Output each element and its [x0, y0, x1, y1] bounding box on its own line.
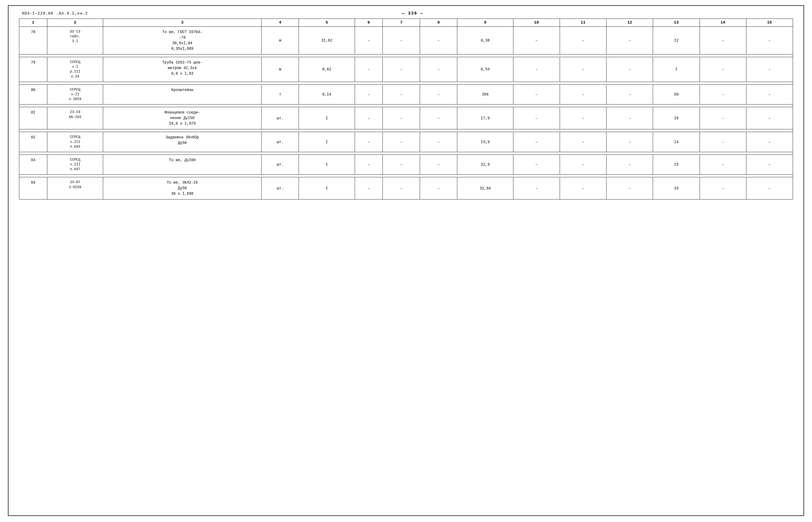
cell-9: I7,9 — [457, 107, 513, 129]
col-header-9: 9 — [457, 19, 513, 27]
col-header-7: 7 — [383, 19, 420, 27]
cell-12: – — [606, 27, 653, 55]
corner-tl — [8, 5, 16, 13]
cell-14: – — [700, 155, 746, 175]
table-row: 78 ОI–I3табл.3.I То же, ГОСТ I0704––7630… — [19, 27, 793, 55]
cell-12: – — [606, 107, 653, 129]
cell-ref: 23–I006–I03 — [47, 107, 103, 129]
cell-11: – — [560, 177, 606, 200]
cell-6: – — [355, 84, 383, 104]
spacer-row — [19, 82, 793, 84]
cell-15: – — [746, 57, 793, 82]
cell-9: 0,38 — [457, 27, 513, 55]
cell-7: – — [383, 107, 420, 129]
col-header-3: 3 — [103, 19, 262, 27]
cell-7: – — [383, 177, 420, 200]
cell-13: I2 — [653, 27, 700, 55]
cell-8: – — [420, 155, 457, 175]
cell-13: 33 — [653, 177, 700, 200]
header-left-text: 9О3–I–229.86 .Ал.9.I,кн.2 — [22, 12, 88, 16]
cell-12: – — [606, 132, 653, 152]
cell-ref: ССРСЦч.IIIп.645 — [47, 132, 103, 152]
table-row: 82 ССРСЦч.IIIп.645 Задвижка 30ч6брДу50 ш… — [19, 132, 793, 152]
cell-15: – — [746, 177, 793, 200]
cell-qty: I — [299, 155, 355, 175]
col-header-14: 14 — [700, 19, 746, 27]
spacer-row — [19, 104, 793, 107]
cell-6: – — [355, 57, 383, 82]
col-header-8: 8 — [420, 19, 457, 27]
cell-13: 23 — [653, 155, 700, 175]
cell-12: – — [606, 177, 653, 200]
cell-ref: ССРСЦч.IIп.20I9 — [47, 84, 103, 104]
col-header-12: 12 — [606, 19, 653, 27]
cell-14: – — [700, 84, 746, 104]
cell-9: 32,94 — [457, 177, 513, 200]
cell-14: – — [700, 57, 746, 82]
cell-15: – — [746, 84, 793, 104]
cell-11: – — [560, 27, 606, 55]
cell-unit: т — [262, 84, 299, 104]
cell-ref: ССРСЦч.IIIп.647 — [47, 155, 103, 175]
cell-qty: I — [299, 132, 355, 152]
cell-8: – — [420, 27, 457, 55]
cell-7: – — [383, 27, 420, 55]
table-row: 83 ССРСЦч.IIIп.647 То же, ДуI00 шт. I – … — [19, 155, 793, 175]
cell-description: Кронштейны — [103, 84, 262, 104]
spacer-row — [19, 175, 793, 177]
cell-qty: 3I,82 — [299, 27, 355, 55]
col-header-4: 4 — [262, 19, 299, 27]
col-header-13: 13 — [653, 19, 700, 27]
cell-description: То же, 3КЛ2–I6Ду5030 х I,098 — [103, 177, 262, 200]
cell-unit: м — [262, 27, 299, 55]
cell-ref: ОI–I3табл.3.I — [47, 27, 103, 55]
cell-6: – — [355, 132, 383, 152]
cell-6: – — [355, 177, 383, 200]
cell-6: – — [355, 155, 383, 175]
cell-unit: шт. — [262, 107, 299, 129]
table-row: 8I 23–I006–I03 Фланцевое соеди-нение ДуI… — [19, 107, 793, 129]
cell-13: I4 — [653, 132, 700, 152]
cell-id: 82 — [19, 132, 47, 152]
cell-id: 80 — [19, 84, 47, 104]
cell-10: – — [513, 27, 560, 55]
cell-10: – — [513, 132, 560, 152]
cell-8: – — [420, 177, 457, 200]
page-border: 9О3–I–229.86 .Ал.9.I,кн.2 — 339 — 1 2 — [8, 5, 804, 516]
corner-bl — [8, 508, 16, 516]
cell-qty: I — [299, 107, 355, 129]
table-row: 79 ССРСЦч.Iр.IIIп.I6 Труба 3262–75 диа-м… — [19, 57, 793, 82]
col-header-15: 15 — [746, 19, 793, 27]
cell-qty: 0,I4 — [299, 84, 355, 104]
main-table: 1 2 3 4 5 6 7 8 9 10 11 12 13 14 15 78 О… — [19, 19, 793, 200]
cell-10: – — [513, 107, 560, 129]
cell-unit: шт. — [262, 177, 299, 200]
cell-14: – — [700, 132, 746, 152]
cell-id: 84 — [19, 177, 47, 200]
cell-8: – — [420, 57, 457, 82]
cell-11: – — [560, 155, 606, 175]
col-header-1: 1 — [19, 19, 47, 27]
cell-10: – — [513, 155, 560, 175]
spacer-row — [19, 129, 793, 132]
cell-9: 0,54 — [457, 57, 513, 82]
cell-9: I3,9 — [457, 132, 513, 152]
spacer-row — [19, 55, 793, 57]
cell-14: – — [700, 177, 746, 200]
cell-14: – — [700, 107, 746, 129]
table-row: 84 23–072–0I59 То же, 3КЛ2–I6Ду5030 х I,… — [19, 177, 793, 200]
col-header-11: 11 — [560, 19, 606, 27]
table-row: 80 ССРСЦч.IIп.20I9 Кронштейны т 0,I4 – –… — [19, 84, 793, 104]
spacer-row — [19, 152, 793, 155]
cell-10: – — [513, 177, 560, 200]
cell-9: 22,9 — [457, 155, 513, 175]
cell-7: – — [383, 132, 420, 152]
cell-15: – — [746, 132, 793, 152]
cell-10: – — [513, 57, 560, 82]
cell-8: – — [420, 132, 457, 152]
cell-10: – — [513, 84, 560, 104]
cell-12: – — [606, 155, 653, 175]
cell-7: – — [383, 57, 420, 82]
cell-ref: ССРСЦч.Iр.IIIп.I6 — [47, 57, 103, 82]
cell-unit: шт. — [262, 132, 299, 152]
